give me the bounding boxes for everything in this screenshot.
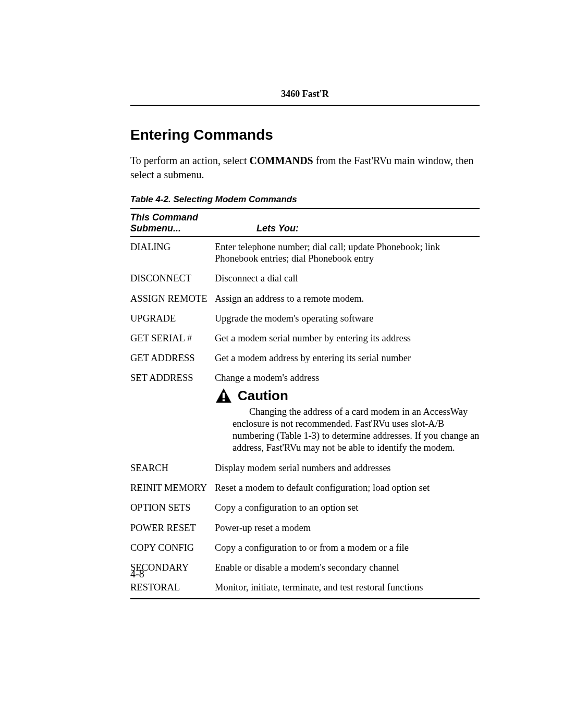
commands-table: This Command Submenu... Lets You: DIALIN… bbox=[130, 208, 480, 599]
section-title: Entering Commands bbox=[130, 127, 480, 143]
command-description: Enter telephone number; dial call; updat… bbox=[215, 237, 480, 268]
col-header-letsyou: Lets You: bbox=[215, 208, 480, 237]
col-header-submenu-line2: Submenu... bbox=[130, 223, 181, 233]
table-row: REINIT MEMORYReset a modem to default co… bbox=[130, 478, 480, 498]
table-row: SET ADDRESSChange a modem's addressCauti… bbox=[130, 368, 480, 458]
svg-rect-2 bbox=[223, 399, 225, 401]
command-name: REINIT MEMORY bbox=[130, 478, 215, 498]
command-description: Copy a configuration to an option set bbox=[215, 498, 480, 517]
command-description: Display modem serial numbers and address… bbox=[215, 458, 480, 478]
caution-label: Caution bbox=[238, 388, 288, 404]
command-name: GET SERIAL # bbox=[130, 328, 215, 348]
command-description: Get a modem address by entering its seri… bbox=[215, 348, 480, 368]
table-row: SEARCHDisplay modem serial numbers and a… bbox=[130, 458, 480, 478]
command-name: SEARCH bbox=[130, 458, 215, 478]
page-number: 4-8 bbox=[130, 568, 144, 580]
table-caption: Table 4-2. Selecting Modem Commands bbox=[130, 194, 480, 205]
command-description: Assign an address to a remote modem. bbox=[215, 289, 480, 309]
command-name: OPTION SETS bbox=[130, 498, 215, 517]
table-row: DIALINGEnter telephone number; dial call… bbox=[130, 237, 480, 268]
command-description: Upgrade the modem's operating software bbox=[215, 309, 480, 328]
command-name: COPY CONFIG bbox=[130, 538, 215, 558]
header-rule bbox=[130, 105, 480, 106]
intro-pre: To perform an action, select bbox=[130, 155, 250, 166]
svg-rect-1 bbox=[223, 392, 225, 398]
command-name: GET ADDRESS bbox=[130, 348, 215, 368]
command-name: POWER RESET bbox=[130, 518, 215, 538]
page: 3460 Fast'R Entering Commands To perform… bbox=[0, 0, 563, 599]
col-header-submenu-line1: This Command bbox=[130, 212, 198, 223]
caution-heading: Caution bbox=[215, 387, 480, 405]
table-row: SECONDARYEnable or disable a modem's sec… bbox=[130, 558, 480, 577]
table-row: GET ADDRESSGet a modem address by enteri… bbox=[130, 348, 480, 368]
command-name: DISCONNECT bbox=[130, 268, 215, 288]
command-description: Disconnect a dial call bbox=[215, 268, 480, 288]
table-row: UPGRADEUpgrade the modem's operating sof… bbox=[130, 309, 480, 328]
command-description: Change a modem's addressCautionChanging … bbox=[215, 368, 480, 458]
col-header-submenu: This Command Submenu... bbox=[130, 208, 215, 237]
table-row: ASSIGN REMOTEAssign an address to a remo… bbox=[130, 289, 480, 309]
table-row: RESTORALMonitor, initiate, terminate, an… bbox=[130, 577, 480, 599]
command-name: RESTORAL bbox=[130, 577, 215, 599]
command-description: Get a modem serial number by entering it… bbox=[215, 328, 480, 348]
command-description: Copy a configuration to or from a modem … bbox=[215, 538, 480, 558]
running-header: 3460 Fast'R bbox=[130, 89, 480, 100]
warning-icon bbox=[215, 387, 232, 405]
command-name: ASSIGN REMOTE bbox=[130, 289, 215, 309]
caution-box: CautionChanging the address of a card mo… bbox=[215, 387, 480, 454]
table-row: COPY CONFIGCopy a configuration to or fr… bbox=[130, 538, 480, 558]
command-name: UPGRADE bbox=[130, 309, 215, 328]
command-description: Reset a modem to default configuration; … bbox=[215, 478, 480, 498]
table-row: GET SERIAL #Get a modem serial number by… bbox=[130, 328, 480, 348]
intro-paragraph: To perform an action, select COMMANDS fr… bbox=[130, 154, 480, 182]
table-row: POWER RESETPower-up reset a modem bbox=[130, 518, 480, 538]
intro-bold: COMMANDS bbox=[250, 155, 313, 166]
caution-text: Changing the address of a card modem in … bbox=[215, 406, 480, 454]
command-description: Monitor, initiate, terminate, and test r… bbox=[215, 577, 480, 599]
command-name: SET ADDRESS bbox=[130, 368, 215, 458]
table-row: DISCONNECTDisconnect a dial call bbox=[130, 268, 480, 288]
table-row: OPTION SETSCopy a configuration to an op… bbox=[130, 498, 480, 517]
command-description: Power-up reset a modem bbox=[215, 518, 480, 538]
command-description: Enable or disable a modem's secondary ch… bbox=[215, 558, 480, 577]
command-name: DIALING bbox=[130, 237, 215, 268]
